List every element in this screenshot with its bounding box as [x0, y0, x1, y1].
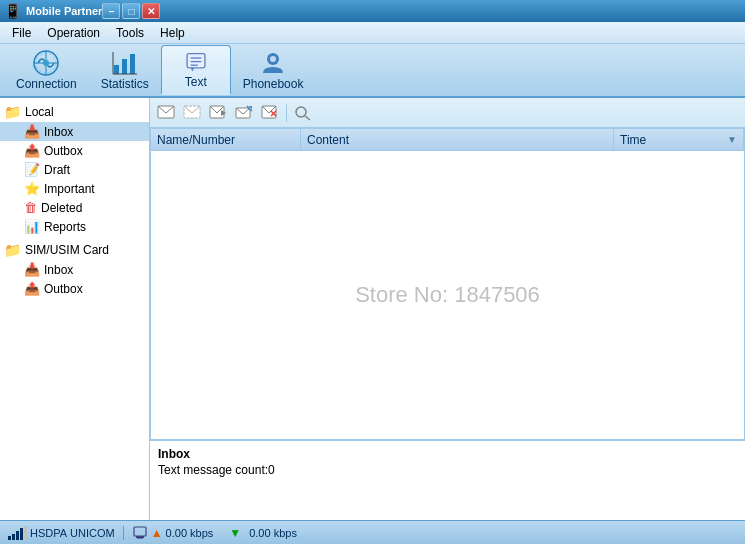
- important-icon: ⭐: [24, 181, 40, 196]
- sidebar-item-outbox[interactable]: 📤 Outbox: [0, 141, 149, 160]
- title-text: Mobile Partner: [26, 5, 102, 17]
- column-time: Time ▼: [614, 129, 744, 150]
- phonebook-icon: [259, 49, 287, 77]
- new-message-button[interactable]: [154, 102, 178, 124]
- search-icon: [294, 105, 312, 121]
- message-table: Name/Number Content Time ▼ Store No: 184…: [150, 128, 745, 440]
- network-type: HSDPA: [30, 527, 67, 539]
- sidebar-item-important[interactable]: ⭐ Important: [0, 179, 149, 198]
- download-arrow: ▼: [229, 526, 241, 540]
- inbox-icon: 📥: [24, 124, 40, 139]
- table-header: Name/Number Content Time ▼: [151, 129, 744, 151]
- toolbar: Connection Statistics Text Phonebook: [0, 44, 745, 98]
- sidebar-item-reports[interactable]: 📊 Reports: [0, 217, 149, 236]
- network-icon: [132, 525, 148, 541]
- info-detail: Text message count:0: [158, 463, 737, 477]
- outbox-icon: 📤: [24, 143, 40, 158]
- svg-point-14: [270, 56, 276, 62]
- svg-line-26: [305, 116, 310, 120]
- sidebar-item-draft[interactable]: 📝 Draft: [0, 160, 149, 179]
- title-controls: – □ ✕: [102, 3, 160, 19]
- watermark-text: Store No: 1847506: [355, 282, 540, 308]
- signal-bar-5: [24, 526, 27, 540]
- svg-rect-3: [114, 65, 119, 74]
- sidebar-item-inbox-label: Inbox: [44, 125, 73, 139]
- status-divider-1: [123, 526, 124, 540]
- reports-icon: 📊: [24, 219, 40, 234]
- main-area: 📁 Local 📥 Inbox 📤 Outbox 📝 Draft ⭐ Impor…: [0, 98, 745, 520]
- forward-button[interactable]: [206, 102, 230, 124]
- tab-connection-label: Connection: [16, 77, 77, 91]
- menu-help[interactable]: Help: [152, 24, 193, 42]
- status-bar: HSDPA UNICOM ▲ 0.00 kbps ▼ 0.00 kbps: [0, 520, 745, 544]
- content-panel: Name/Number Content Time ▼ Store No: 184…: [150, 98, 745, 520]
- sort-icon[interactable]: ▼: [727, 134, 737, 145]
- svg-point-25: [296, 107, 306, 117]
- sim-outbox-icon: 📤: [24, 281, 40, 296]
- sidebar-item-sim-outbox[interactable]: 📤 Outbox: [0, 279, 149, 298]
- column-content: Content: [301, 129, 614, 150]
- info-panel: Inbox Text message count:0: [150, 440, 745, 520]
- svg-rect-27: [134, 527, 146, 536]
- close-button[interactable]: ✕: [142, 3, 160, 19]
- signal-bar-4: [20, 528, 23, 540]
- send-button[interactable]: [232, 102, 256, 124]
- sim-inbox-icon: 📥: [24, 262, 40, 277]
- sidebar-item-deleted[interactable]: 🗑 Deleted: [0, 198, 149, 217]
- svg-point-1: [43, 60, 49, 66]
- title-icon: 📱: [4, 3, 21, 19]
- tab-connection[interactable]: Connection: [4, 45, 89, 95]
- svg-rect-4: [122, 59, 127, 74]
- forward-icon: [209, 105, 227, 121]
- sidebar-item-reports-label: Reports: [44, 220, 86, 234]
- action-bar: [150, 98, 745, 128]
- sidebar-item-inbox[interactable]: 📥 Inbox: [0, 122, 149, 141]
- upload-arrow: ▲: [151, 526, 163, 540]
- reply-icon: [183, 105, 201, 121]
- column-name: Name/Number: [151, 129, 301, 150]
- delete-icon: [261, 105, 279, 121]
- upload-speed-area: ▲ 0.00 kbps: [132, 525, 214, 541]
- deleted-icon: 🗑: [24, 200, 37, 215]
- menu-tools[interactable]: Tools: [108, 24, 152, 42]
- menu-bar: File Operation Tools Help: [0, 22, 745, 44]
- draft-icon: 📝: [24, 162, 40, 177]
- statistics-icon: [111, 49, 139, 77]
- svg-marker-9: [190, 68, 194, 72]
- minimize-button[interactable]: –: [102, 3, 120, 19]
- signal-bar-2: [12, 534, 15, 540]
- tab-phonebook-label: Phonebook: [243, 77, 304, 91]
- action-separator: [286, 104, 287, 122]
- signal-area: HSDPA UNICOM: [8, 526, 115, 540]
- sidebar-item-important-label: Important: [44, 182, 95, 196]
- info-title: Inbox: [158, 447, 737, 461]
- signal-bars: [8, 526, 27, 540]
- text-icon: [182, 50, 210, 75]
- signal-bar-1: [8, 536, 11, 540]
- sidebar: 📁 Local 📥 Inbox 📤 Outbox 📝 Draft ⭐ Impor…: [0, 98, 150, 520]
- restore-button[interactable]: □: [122, 3, 140, 19]
- menu-operation[interactable]: Operation: [39, 24, 108, 42]
- tab-statistics[interactable]: Statistics: [89, 45, 161, 95]
- tab-text[interactable]: Text: [161, 45, 231, 95]
- signal-bar-3: [16, 531, 19, 540]
- sim-group[interactable]: 📁 SIM/USIM Card: [0, 240, 149, 260]
- table-body: Store No: 1847506: [151, 151, 744, 439]
- sidebar-item-sim-inbox-label: Inbox: [44, 263, 73, 277]
- sim-folder-icon: 📁: [4, 242, 21, 258]
- title-bar: 📱 Mobile Partner – □ ✕: [0, 0, 745, 22]
- tab-statistics-label: Statistics: [101, 77, 149, 91]
- tab-text-label: Text: [185, 75, 207, 89]
- delete-button[interactable]: [258, 102, 282, 124]
- reply-button[interactable]: [180, 102, 204, 124]
- local-group[interactable]: 📁 Local: [0, 102, 149, 122]
- local-group-label: Local: [25, 105, 54, 119]
- tab-phonebook[interactable]: Phonebook: [231, 45, 316, 95]
- search-button[interactable]: [291, 102, 315, 124]
- sidebar-item-sim-inbox[interactable]: 📥 Inbox: [0, 260, 149, 279]
- sidebar-item-sim-outbox-label: Outbox: [44, 282, 83, 296]
- sidebar-item-deleted-label: Deleted: [41, 201, 82, 215]
- menu-file[interactable]: File: [4, 24, 39, 42]
- sidebar-item-draft-label: Draft: [44, 163, 70, 177]
- sidebar-item-outbox-label: Outbox: [44, 144, 83, 158]
